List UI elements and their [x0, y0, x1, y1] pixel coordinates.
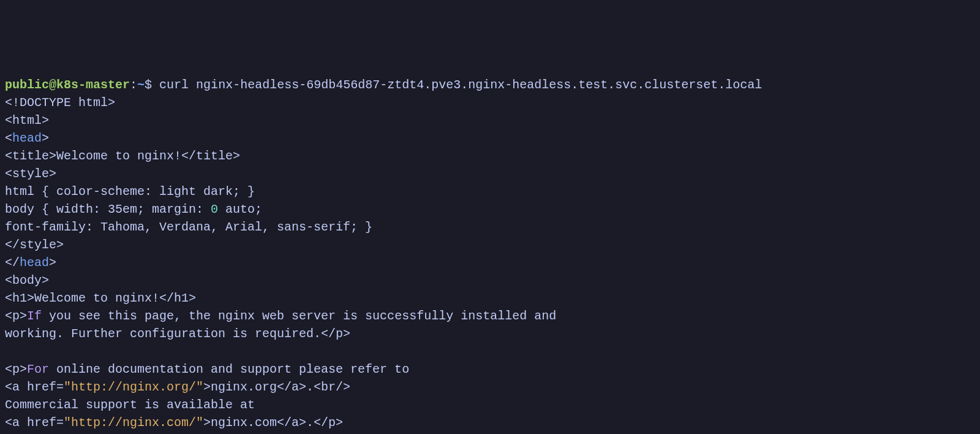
output-line: <!DOCTYPE html>	[5, 94, 975, 112]
prompt-path: ~	[137, 78, 145, 92]
output-line: </head>	[5, 254, 975, 272]
html-tag-head: head	[20, 256, 49, 270]
output-line: <p>For online documentation and support …	[5, 360, 975, 378]
output-text: <	[5, 131, 12, 145]
html-tag-head: head	[12, 131, 42, 145]
output-line: </style>	[5, 236, 975, 254]
output-line: <a href="http://nginx.com/">nginx.com</a…	[5, 414, 975, 432]
output-line: body { width: 35em; margin: 0 auto;	[5, 200, 975, 218]
output-text: body { width: 35em; margin:	[5, 202, 211, 216]
output-line: Commercial support is available at	[5, 396, 975, 414]
output-line: <title>Welcome to nginx!</title>	[5, 147, 975, 165]
output-text: auto;	[218, 202, 262, 216]
output-text: >	[49, 256, 56, 270]
output-line: <body>	[5, 272, 975, 289]
output-line: <style>	[5, 165, 975, 183]
output-line: html { color-scheme: light dark; }	[5, 183, 975, 200]
output-text: >	[42, 131, 49, 145]
output-line: <p>If you see this page, the nginx web s…	[5, 307, 975, 325]
prompt-host: k8s-master	[56, 78, 130, 92]
prompt-dollar: $	[145, 78, 159, 92]
output-line: font-family: Tahoma, Verdana, Arial, san…	[5, 218, 975, 236]
command-text: curl nginx-headless-69db456d87-ztdt4.pve…	[159, 78, 762, 92]
keyword-for: For	[27, 362, 49, 376]
output-text: </	[5, 256, 20, 270]
output-text: you see this page, the nginx web server …	[42, 309, 556, 323]
keyword-if: If	[27, 309, 42, 323]
output-line: <h1>Welcome to nginx!</h1>	[5, 289, 975, 307]
prompt-line: public@k8s-master:~$ curl nginx-headless…	[5, 76, 975, 94]
output-text: <a href=	[5, 416, 64, 430]
url-string: "http://nginx.org/"	[64, 380, 203, 394]
output-text: <p>	[5, 309, 27, 323]
terminal-output[interactable]: public@k8s-master:~$ curl nginx-headless…	[5, 76, 975, 434]
prompt-at: @	[49, 78, 56, 92]
output-line: <html>	[5, 112, 975, 129]
number-zero: 0	[211, 202, 218, 216]
output-line: <a href="http://nginx.org/">nginx.org</a…	[5, 378, 975, 396]
output-line-blank	[5, 432, 975, 434]
output-text: >nginx.org</a>.<br/>	[203, 380, 350, 394]
output-text: <p>	[5, 362, 27, 376]
output-text: <a href=	[5, 380, 64, 394]
url-string: "http://nginx.com/"	[64, 416, 203, 430]
prompt-user: public	[5, 78, 49, 92]
output-text: >nginx.com</a>.</p>	[203, 416, 343, 430]
output-text: online documentation and support please …	[49, 362, 409, 376]
prompt-colon: :	[130, 78, 137, 92]
output-line: <head>	[5, 129, 975, 147]
output-line: working. Further configuration is requir…	[5, 325, 975, 343]
output-line-blank	[5, 343, 975, 360]
